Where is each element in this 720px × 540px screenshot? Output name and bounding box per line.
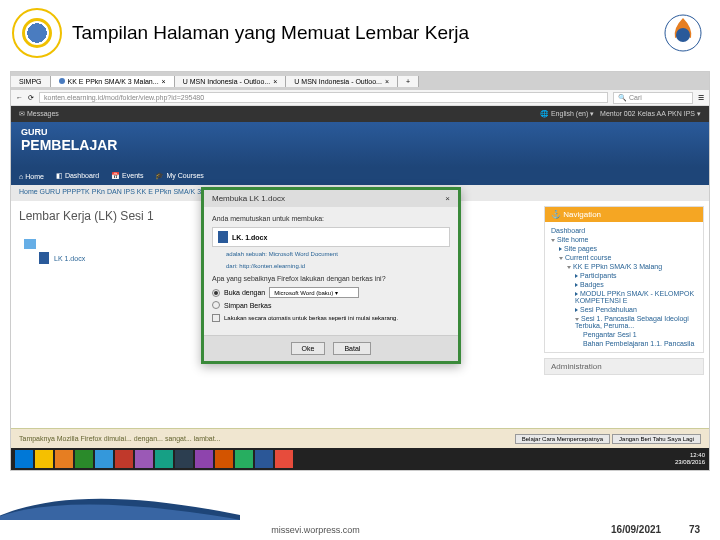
word-doc-icon	[218, 231, 228, 243]
nav-link[interactable]: MODUL PPKn SMA/K - KELOMPOK KOMPETENSI E	[575, 290, 694, 304]
dialog-fileloc: dari: http://konten.elearning.id	[226, 263, 450, 269]
lang-switcher[interactable]: 🌐 English (en) ▾	[540, 110, 594, 117]
browser-tab[interactable]: SIMPG	[11, 76, 51, 87]
lms-topbar: ✉ Messages 🌐 English (en) ▾ Mentor 002 K…	[11, 106, 709, 122]
firefox-icon[interactable]	[55, 450, 73, 468]
nav-dashboard-link[interactable]: Dashboard	[551, 226, 697, 235]
dialog-question: Apa yang sebaiknya Firefox lakukan denga…	[212, 275, 450, 282]
brand-line2: PEMBELAJAR	[21, 137, 699, 153]
dialog-prompt: Anda memutuskan untuk membuka:	[212, 215, 450, 222]
lms-nav: Home ◧ Dashboard 📅 Events 🎓 My Courses	[11, 167, 709, 185]
reload-icon[interactable]: ⟳	[28, 94, 34, 102]
browser-tab[interactable]: U MSN Indonesia - Outloo... ×	[286, 76, 398, 87]
explorer-icon[interactable]	[35, 450, 53, 468]
navigation-panel: ⚓ Navigation Dashboard Site home Site pa…	[544, 206, 704, 353]
folder-icon[interactable]	[24, 239, 36, 249]
nav-link[interactable]: Site home	[557, 236, 589, 243]
dialog-title: Membuka LK 1.docx	[212, 194, 285, 203]
app-icon[interactable]	[95, 450, 113, 468]
globe-icon	[59, 78, 65, 84]
app-icon[interactable]	[115, 450, 133, 468]
nav-panel-title: ⚓ Navigation	[545, 207, 703, 222]
logo-pppptk	[658, 8, 708, 58]
cancel-button[interactable]: Batal	[333, 342, 371, 355]
slow-message: Tampaknya Mozilla Firefox dimulai... den…	[19, 435, 221, 442]
close-icon[interactable]: ×	[445, 194, 450, 203]
system-tray[interactable]: 12:4023/08/2016	[675, 452, 705, 466]
ok-button[interactable]: Oke	[291, 342, 326, 355]
app-icon[interactable]	[175, 450, 193, 468]
logo-kemdikbud	[12, 8, 62, 58]
menu-icon[interactable]: ☰	[698, 94, 704, 102]
close-icon[interactable]: ×	[273, 78, 277, 85]
slide-title: Tampilan Halaman yang Memuat Lembar Kerj…	[72, 22, 469, 44]
nav-home[interactable]: Home	[19, 173, 44, 180]
learn-button[interactable]: Belajar Cara Mempercepatnya	[515, 434, 610, 444]
browser-tab[interactable]: KK E PPkn SMA/K 3 Malan... ×	[51, 76, 175, 87]
back-icon[interactable]: ←	[16, 94, 23, 101]
nav-link[interactable]: Pengantar Sesi 1	[583, 331, 637, 338]
admin-panel-title: Administration	[545, 359, 703, 374]
close-icon[interactable]: ×	[162, 78, 166, 85]
remember-label: Lakukan secara otomatis untuk berkas sep…	[224, 315, 398, 321]
app-select[interactable]: Microsoft Word (baku) ▾	[269, 287, 359, 298]
user-menu[interactable]: Mentor 002 Kelas AA PKN IPS	[600, 110, 695, 117]
nav-link[interactable]: Bahan Pembelajaran 1.1. Pancasila	[583, 340, 694, 347]
url-bar: ← ⟳ konten.elearning.id/mod/folder/view.…	[11, 90, 709, 106]
nav-events[interactable]: 📅 Events	[111, 172, 143, 180]
app-icon[interactable]	[195, 450, 213, 468]
nav-link[interactable]: Participants	[580, 272, 617, 279]
app-icon[interactable]	[135, 450, 153, 468]
lms-header: GURU PEMBELAJAR	[11, 122, 709, 167]
close-icon[interactable]: ×	[385, 78, 389, 85]
app-icon[interactable]	[275, 450, 293, 468]
open-with-label: Buka dengan	[224, 289, 265, 296]
decorative-swoosh	[0, 470, 240, 520]
windows-taskbar: 12:4023/08/2016	[11, 448, 709, 470]
browser-screenshot: SIMPG KK E PPkn SMA/K 3 Malan... × U MSN…	[10, 71, 710, 471]
app-icon[interactable]	[215, 450, 233, 468]
nav-link[interactable]: Sesi 1. Pancasila Sebagai Ideologi Terbu…	[575, 315, 689, 329]
file-link[interactable]: LK 1.docx	[54, 255, 85, 262]
save-label: Simpan Berkas	[224, 302, 271, 309]
radio-open-with[interactable]	[212, 289, 220, 297]
browser-tab-bar: SIMPG KK E PPkn SMA/K 3 Malan... × U MSN…	[11, 72, 709, 90]
dismiss-button[interactable]: Jangan Beri Tahu Saya Lagi	[612, 434, 701, 444]
nav-link[interactable]: Current course	[565, 254, 611, 261]
messages-link[interactable]: Messages	[27, 110, 59, 117]
nav-link[interactable]: Site pages	[564, 245, 597, 252]
firefox-slow-bar: Tampaknya Mozilla Firefox dimulai... den…	[11, 428, 709, 448]
nav-link[interactable]: Sesi Pendahuluan	[580, 306, 637, 313]
app-icon[interactable]	[75, 450, 93, 468]
nav-dashboard[interactable]: ◧ Dashboard	[56, 172, 99, 180]
browser-tab[interactable]: U MSN Indonesia - Outloo... ×	[175, 76, 287, 87]
svg-point-1	[676, 28, 690, 42]
nav-courses[interactable]: 🎓 My Courses	[155, 172, 203, 180]
nav-link[interactable]: Badges	[580, 281, 604, 288]
download-dialog: Membuka LK 1.docx× Anda memutuskan untuk…	[201, 187, 461, 364]
dialog-filename: LK. 1.docx	[232, 234, 267, 241]
app-icon[interactable]	[235, 450, 253, 468]
start-button[interactable]	[15, 450, 33, 468]
footer-page: 73	[689, 524, 700, 535]
url-input[interactable]: konten.elearning.id/mod/folder/view.php?…	[39, 92, 608, 103]
app-icon[interactable]	[155, 450, 173, 468]
brand-line1: GURU	[21, 127, 699, 137]
remember-checkbox[interactable]	[212, 314, 220, 322]
word-doc-icon	[39, 252, 49, 264]
search-input[interactable]: 🔍 Cari	[613, 92, 693, 104]
admin-panel: Administration	[544, 358, 704, 375]
radio-save[interactable]	[212, 301, 220, 309]
dialog-filetype: adalah sebuah: Microsoft Word Document	[226, 251, 450, 257]
footer-date: 16/09/2021	[611, 524, 661, 535]
footer-credit: missevi.worpress.com	[20, 525, 611, 535]
new-tab-button[interactable]: +	[398, 76, 419, 87]
word-icon[interactable]	[255, 450, 273, 468]
nav-link[interactable]: KK E PPkn SMA/K 3 Malang	[573, 263, 662, 270]
